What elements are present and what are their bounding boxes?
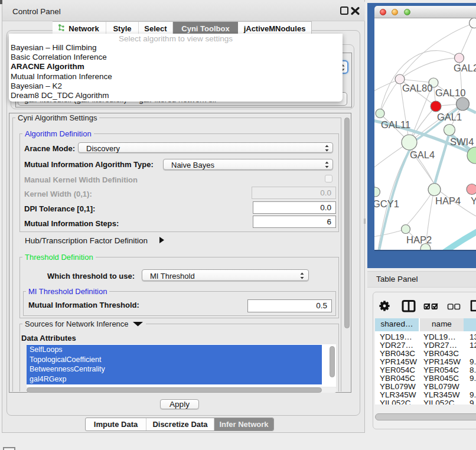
svg-text:SWI4: SWI4: [450, 136, 474, 147]
svg-text:GAL4: GAL4: [410, 149, 435, 160]
svg-text:HAP4: HAP4: [435, 195, 461, 206]
svg-text:GAL11: GAL11: [381, 119, 410, 130]
svg-text:GAL80: GAL80: [402, 83, 432, 93]
svg-text:GAL2: GAL2: [454, 63, 476, 73]
svg-text:HAP2: HAP2: [406, 234, 432, 245]
svg-text:YJ: YJ: [471, 195, 476, 206]
svg-text:GAL1: GAL1: [437, 112, 462, 122]
svg-text:GAL10: GAL10: [435, 87, 465, 98]
svg-text:GCY1: GCY1: [374, 198, 399, 209]
